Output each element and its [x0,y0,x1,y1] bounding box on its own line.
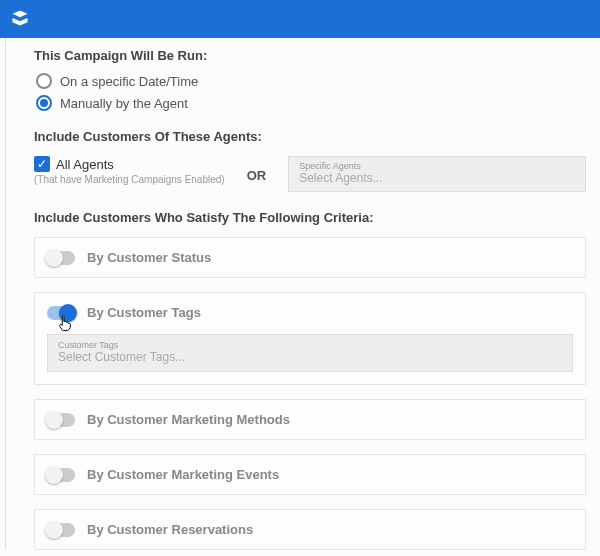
checkbox-label: All Agents [56,157,114,172]
radio-label: Manually by the Agent [60,96,188,111]
criteria-label: By Customer Marketing Methods [87,412,290,427]
select-placeholder: Select Agents... [299,171,575,185]
criteria-panel-marketing-events: By Customer Marketing Events [34,454,586,495]
agents-row: All Agents (That have Marketing Campaign… [34,156,586,192]
criteria-panel-tags: By Customer Tags Customer Tags Select Cu… [34,292,586,385]
criteria-panel-status: By Customer Status [34,237,586,278]
toggle-tags[interactable] [47,306,75,320]
checkbox-icon [34,156,50,172]
radio-icon [36,73,52,89]
toggle-knob [45,411,63,429]
specific-agents-select[interactable]: Specific Agents Select Agents... [288,156,586,192]
run-heading: This Campaign Will Be Run: [34,48,586,63]
toggle-status[interactable] [47,251,75,265]
radio-icon [36,95,52,111]
toggle-marketing-events[interactable] [47,468,75,482]
agents-heading: Include Customers Of These Agents: [34,129,586,144]
criteria-label: By Customer Status [87,250,211,265]
criteria-panel-reservations: By Customer Reservations [34,509,586,550]
criteria-label: By Customer Reservations [87,522,253,537]
all-agents-hint: (That have Marketing Campaigns Enabled) [34,174,225,185]
criteria-heading: Include Customers Who Satisfy The Follow… [34,210,586,225]
select-label: Customer Tags [58,340,562,350]
form-content: This Campaign Will Be Run: On a specific… [5,38,600,550]
toggle-marketing-methods[interactable] [47,413,75,427]
criteria-panel-marketing-methods: By Customer Marketing Methods [34,399,586,440]
select-placeholder: Select Customer Tags... [58,350,562,364]
toggle-knob [45,521,63,539]
all-agents-block: All Agents (That have Marketing Campaign… [34,156,225,185]
topbar [0,0,600,38]
customer-tags-select[interactable]: Customer Tags Select Customer Tags... [47,334,573,372]
toggle-knob [59,304,77,322]
toggle-knob [45,249,63,267]
app-logo-icon [10,8,30,31]
radio-manual-agent[interactable]: Manually by the Agent [36,95,586,111]
radio-specific-date[interactable]: On a specific Date/Time [36,73,586,89]
all-agents-checkbox[interactable]: All Agents [34,156,225,172]
radio-label: On a specific Date/Time [60,74,198,89]
select-label: Specific Agents [299,161,575,171]
agents-or: OR [247,165,267,183]
toggle-knob [45,466,63,484]
criteria-label: By Customer Marketing Events [87,467,279,482]
criteria-label: By Customer Tags [87,305,201,320]
toggle-reservations[interactable] [47,523,75,537]
